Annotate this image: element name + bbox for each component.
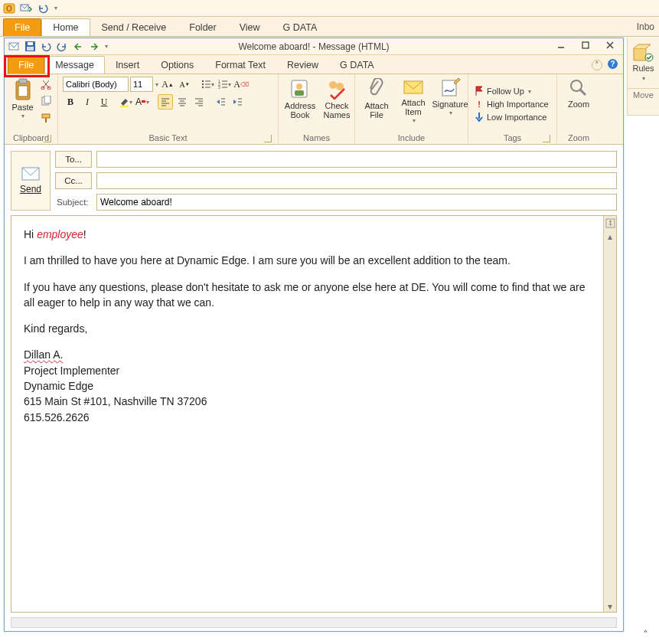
ribbon-minimize-icon[interactable]: ˄ [592,60,602,70]
attach-item-button[interactable]: Attach Item▾ [396,77,430,126]
previous-item-icon[interactable] [72,41,84,53]
outer-tab-file[interactable]: File [3,18,41,36]
compose-app-icon [8,41,20,53]
scroll-down-icon[interactable]: ▾ [605,600,616,612]
compose-ribbon-tabs: File Message Insert Options Format Text … [5,55,623,74]
help-icon[interactable]: ? [607,58,618,72]
attach-file-button[interactable]: Attach File [360,77,393,121]
clear-formatting-icon[interactable]: A⌫ [233,77,249,92]
clipboard-dialog-launcher[interactable] [44,135,51,142]
ribbon-group-zoom: Zoom Zoom [557,74,600,144]
address-book-button[interactable]: Address Book [283,77,317,121]
compose-tab-review[interactable]: Review [276,56,329,74]
compose-ribbon: Paste▾ Clipboard ▾ A▲ A▼ [5,74,623,145]
subject-input[interactable] [96,194,617,211]
bullets-icon[interactable]: ▾ [200,77,215,92]
cut-icon[interactable] [38,77,54,92]
svg-rect-14 [18,86,28,96]
svg-rect-20 [45,118,47,123]
save-icon[interactable] [24,41,36,53]
maximize-button[interactable] [574,38,597,52]
rules-icon[interactable] [632,42,655,64]
cc-button[interactable]: Cc... [55,172,92,189]
check-names-button[interactable]: Check Names [320,77,354,121]
body-scrollbar[interactable]: ▴ ▾ [603,216,616,612]
increase-indent-icon[interactable] [230,94,245,110]
ribbon-group-tags: Follow Up▾ ! High Importance Low Importa… [468,74,557,144]
font-size-select[interactable] [130,77,153,92]
ribbon-group-include: Attach File Attach Item▾ Signature▾ Incl… [355,74,468,144]
format-painter-icon[interactable] [38,110,54,126]
outer-ribbon-tabs: File Home Send / Receive Folder View G D… [0,17,659,37]
compose-tab-format[interactable]: Format Text [204,56,276,74]
sig-company: Dynamic Edge [24,380,93,392]
rules-label[interactable]: Rules [628,64,659,73]
sendall-icon[interactable] [20,2,32,15]
message-body-container: Hi employee! I am thrilled to have you h… [11,215,617,613]
close-button[interactable] [599,38,621,52]
undo-icon[interactable] [37,2,49,15]
copy-icon[interactable] [38,93,54,109]
undo-icon[interactable] [40,41,52,53]
svg-point-60 [571,80,582,91]
align-right-icon[interactable] [191,94,207,110]
font-color-icon[interactable]: A▾ [135,94,150,110]
low-importance-button[interactable]: Low Importance [473,111,548,123]
numbering-icon[interactable]: 123▾ [217,77,232,92]
svg-text:?: ? [610,60,615,68]
compose-tab-message[interactable]: Message [44,56,105,74]
minimize-button[interactable] [550,38,573,52]
font-family-select[interactable] [63,77,129,92]
outer-tab-home[interactable]: Home [41,18,90,36]
basictext-dialog-launcher[interactable] [264,135,272,142]
magnifier-icon [569,78,589,98]
compose-tab-file[interactable]: File [8,56,44,74]
follow-up-button[interactable]: Follow Up▾ [473,85,533,97]
highlight-icon[interactable]: ▾ [118,94,133,110]
object-anchor-icon[interactable] [605,217,616,229]
zoom-group-label: Zoom [562,132,595,144]
high-importance-button[interactable]: ! High Importance [473,99,550,110]
send-button[interactable]: Send [11,151,51,211]
bold-icon[interactable]: B [63,94,78,110]
outer-tab-folder[interactable]: Folder [178,18,227,36]
qat-dropdown-icon[interactable]: ▾ [54,5,57,11]
svg-rect-19 [42,114,50,118]
basictext-group-label: Basic Text [63,132,273,144]
compose-tab-gdata[interactable]: G DATA [329,56,385,74]
signature-block: Dillan A. Project Implementer Dynamic Ed… [24,347,591,424]
outer-tab-view[interactable]: View [228,18,272,36]
align-left-icon[interactable] [158,94,173,110]
exclamation-icon: ! [475,100,484,109]
subject-label: Subject: [55,198,92,207]
compose-qat-dropdown-icon[interactable]: ▾ [105,43,108,50]
underline-icon[interactable]: U [96,94,112,110]
paste-button[interactable]: Paste▾ [8,77,36,126]
cc-input[interactable] [96,172,617,189]
tags-dialog-launcher[interactable] [543,135,550,142]
zoom-button[interactable]: Zoom [562,77,595,110]
to-input[interactable] [96,151,617,168]
decrease-indent-icon[interactable] [213,94,228,110]
compose-tab-options[interactable]: Options [150,56,204,74]
message-header: Send To... Cc... Subject: [5,145,623,215]
names-group-label: Names [283,132,350,144]
align-center-icon[interactable] [175,94,190,110]
italic-icon[interactable]: I [80,94,95,110]
next-item-icon[interactable] [88,41,100,53]
body-para1: I am thrilled to have you here at Dynami… [24,253,591,268]
svg-rect-55 [295,90,304,96]
reading-pane-collapse-icon[interactable]: ˄ [643,629,648,641]
to-button[interactable]: To... [55,151,92,168]
outer-tab-sendreceive[interactable]: Send / Receive [90,18,178,36]
signature-button[interactable]: Signature▾ [433,77,467,119]
scroll-up-icon[interactable]: ▴ [605,230,616,242]
outer-tab-gdata[interactable]: G DATA [272,18,329,36]
shrink-font-icon[interactable]: A▼ [177,77,192,92]
redo-icon[interactable] [56,41,68,53]
grow-font-icon[interactable]: A▲ [160,77,175,92]
compose-tab-insert[interactable]: Insert [105,56,150,74]
check-names-icon [326,78,347,100]
message-body[interactable]: Hi employee! I am thrilled to have you h… [11,216,603,612]
svg-rect-7 [27,47,34,51]
